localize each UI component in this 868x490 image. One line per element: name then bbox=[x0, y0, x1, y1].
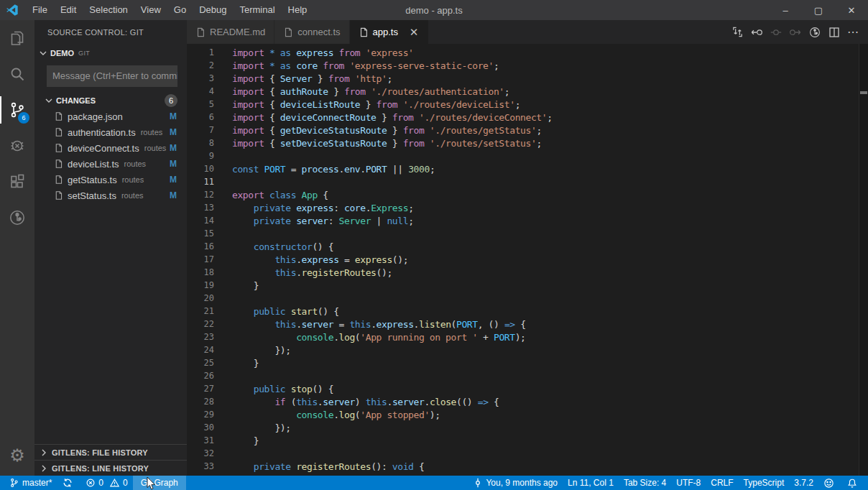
changes-section-header[interactable]: CHANGES 6 bbox=[34, 93, 187, 108]
cursor-position-item[interactable]: Ln 11, Col 1 bbox=[563, 476, 619, 490]
tab-bar: README.md connect.ts app.ts ✕ bbox=[187, 20, 868, 44]
changed-file-row[interactable]: authentication.tsroutesM bbox=[34, 124, 187, 140]
menu-file[interactable]: File bbox=[26, 0, 54, 20]
line-number: 6 bbox=[187, 112, 214, 122]
line-number: 12 bbox=[187, 190, 214, 200]
menu-terminal[interactable]: Terminal bbox=[233, 0, 281, 20]
tab-label: README.md bbox=[210, 27, 265, 37]
blame-annotation-item[interactable]: You, 9 months ago bbox=[467, 476, 563, 490]
more-actions-icon[interactable]: ⋯ bbox=[847, 25, 859, 39]
code-editor[interactable]: 1import * as express from 'express'2impo… bbox=[187, 44, 868, 476]
changed-file-row[interactable]: getStatus.tsroutesM bbox=[34, 172, 187, 188]
settings-gear-icon[interactable]: ⚙ bbox=[0, 441, 34, 470]
encoding: UTF-8 bbox=[676, 478, 701, 488]
language-mode-item[interactable]: TypeScript bbox=[739, 476, 790, 490]
file-folder: routes bbox=[124, 160, 147, 168]
encoding-item[interactable]: UTF-8 bbox=[671, 476, 706, 490]
problems-status-item[interactable]: 0 0 bbox=[80, 476, 132, 490]
line-number: 13 bbox=[187, 203, 214, 213]
code-line: 10const PORT = process.env.PORT || 3000; bbox=[187, 162, 868, 175]
code-line: 13 private express: core.Express; bbox=[187, 201, 868, 214]
warnings-count: 0 bbox=[123, 478, 128, 488]
ts-version: 3.7.2 bbox=[794, 478, 813, 488]
sidebar-panel-title: SOURCE CONTROL: GIT bbox=[34, 20, 187, 45]
file-folder: routes bbox=[144, 144, 167, 152]
git-graph-view-icon[interactable] bbox=[808, 26, 821, 39]
feedback-smiley-item[interactable] bbox=[818, 476, 841, 490]
changed-file-row[interactable]: deviceList.tsroutesM bbox=[34, 156, 187, 172]
code-line: 33 private registerRoutes(): void { bbox=[187, 460, 868, 473]
warnings-icon bbox=[109, 478, 120, 489]
file-icon bbox=[359, 27, 369, 37]
current-change-icon[interactable] bbox=[770, 26, 782, 39]
split-editor-icon[interactable] bbox=[828, 26, 841, 39]
maximize-button[interactable]: ▢ bbox=[802, 0, 835, 20]
changes-count-badge: 6 bbox=[165, 94, 177, 107]
changed-file-row[interactable]: deviceConnect.tsroutesM bbox=[34, 140, 187, 156]
changed-file-row[interactable]: package.jsonM bbox=[34, 108, 187, 124]
line-number: 21 bbox=[187, 306, 214, 316]
search-icon[interactable] bbox=[0, 56, 34, 92]
bell-icon bbox=[846, 478, 857, 489]
code-line: 4import { authRoute } from './routes/aut… bbox=[187, 85, 868, 98]
tab-close-icon[interactable]: ✕ bbox=[408, 26, 420, 39]
sync-status-item[interactable] bbox=[57, 476, 80, 490]
eol: CRLF bbox=[711, 478, 733, 488]
notifications-bell-item[interactable] bbox=[841, 476, 868, 490]
chevron-right-icon bbox=[38, 463, 50, 474]
line-number: 26 bbox=[187, 371, 214, 381]
tab-app-active[interactable]: app.ts ✕ bbox=[350, 20, 429, 44]
menu-help[interactable]: Help bbox=[282, 0, 314, 20]
commit-message-input[interactable]: Message (Ctrl+Enter to commit bbox=[47, 65, 177, 87]
next-change-icon[interactable] bbox=[789, 26, 802, 39]
tab-size: Tab Size: 4 bbox=[624, 478, 666, 488]
scm-count-badge: 6 bbox=[18, 112, 29, 124]
minimize-button[interactable]: – bbox=[769, 0, 802, 20]
file-icon bbox=[54, 190, 63, 200]
menu-debug[interactable]: Debug bbox=[193, 0, 233, 20]
gitlens-line-history-label: GITLENS: LINE HISTORY bbox=[52, 464, 149, 473]
repo-header[interactable]: DEMO GIT bbox=[34, 45, 187, 61]
menu-view[interactable]: View bbox=[134, 0, 167, 20]
code-line: 31 } bbox=[187, 434, 868, 447]
line-number: 23 bbox=[187, 332, 214, 342]
open-changes-icon[interactable] bbox=[731, 26, 744, 39]
tab-connect[interactable]: connect.ts bbox=[274, 20, 349, 44]
line-number: 25 bbox=[187, 358, 214, 368]
indentation-item[interactable]: Tab Size: 4 bbox=[619, 476, 671, 490]
modified-badge: M bbox=[170, 190, 177, 200]
eol-item[interactable]: CRLF bbox=[706, 476, 738, 490]
changes-label: CHANGES bbox=[56, 96, 96, 105]
file-icon bbox=[54, 175, 63, 185]
previous-change-icon[interactable] bbox=[750, 26, 763, 39]
ts-version-item[interactable]: 3.7.2 bbox=[789, 476, 818, 490]
git-graph-button[interactable]: Git Graph bbox=[133, 476, 186, 490]
line-number: 32 bbox=[187, 448, 214, 458]
gitlens-icon[interactable] bbox=[0, 200, 34, 236]
line-number: 18 bbox=[187, 267, 214, 277]
code-line: 9 bbox=[187, 149, 868, 162]
branch-status-item[interactable]: master* bbox=[0, 476, 57, 490]
tab-readme[interactable]: README.md bbox=[187, 20, 274, 44]
line-number: 2 bbox=[187, 60, 214, 70]
explorer-icon[interactable] bbox=[0, 20, 34, 56]
line-number: 7 bbox=[187, 125, 214, 135]
code-line: 12export class App { bbox=[187, 188, 868, 201]
editor-scrollbar[interactable] bbox=[859, 44, 868, 476]
close-button[interactable]: ✕ bbox=[835, 0, 868, 20]
menu-go[interactable]: Go bbox=[167, 0, 193, 20]
modified-badge: M bbox=[170, 175, 177, 185]
gitlens-file-history-label: GITLENS: FILE HISTORY bbox=[52, 448, 148, 457]
line-number: 22 bbox=[187, 319, 214, 329]
code-line: 17 this.express = express(); bbox=[187, 253, 868, 266]
line-number: 5 bbox=[187, 99, 214, 109]
extensions-icon[interactable] bbox=[0, 164, 34, 200]
source-control-icon[interactable]: 6 bbox=[0, 92, 34, 128]
menu-edit[interactable]: Edit bbox=[54, 0, 83, 20]
changed-file-row[interactable]: setStatus.tsroutesM bbox=[34, 188, 187, 203]
debug-icon[interactable] bbox=[0, 128, 34, 164]
errors-icon bbox=[85, 478, 96, 489]
menu-selection[interactable]: Selection bbox=[83, 0, 134, 20]
gitlens-file-history-section[interactable]: GITLENS: FILE HISTORY bbox=[34, 444, 187, 460]
gitlens-line-history-section[interactable]: GITLENS: LINE HISTORY bbox=[34, 460, 187, 476]
